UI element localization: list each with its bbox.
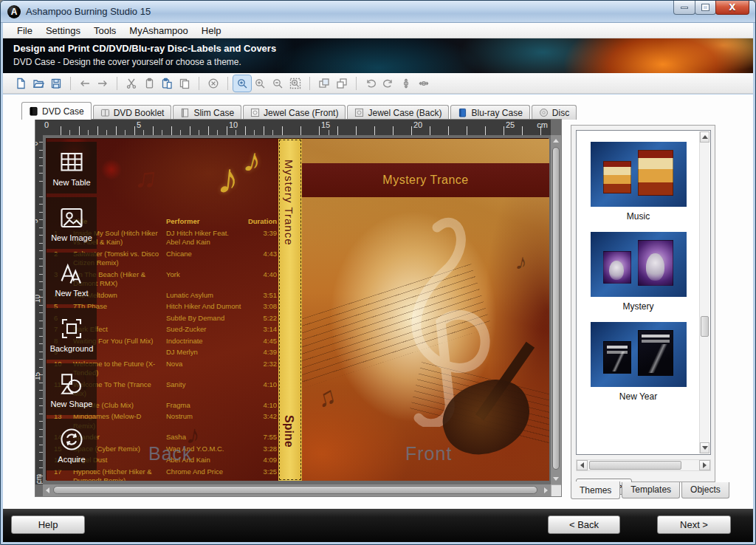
themes-vertical-scrollbar[interactable] <box>699 131 709 453</box>
canvas-vertical-scrollbar[interactable] <box>551 135 561 484</box>
scroll-right-button[interactable] <box>699 460 710 470</box>
spine-title-text[interactable]: Mystery Trance <box>283 160 295 246</box>
palette-new-image[interactable]: New Image <box>47 197 97 249</box>
send-to-back-button[interactable] <box>333 75 351 92</box>
zoom-fit-button[interactable] <box>233 75 251 92</box>
close-button[interactable]: X <box>715 1 749 15</box>
panel-tab-objects[interactable]: Objects <box>681 482 729 498</box>
track-dur: 3:51 <box>247 291 277 301</box>
theme-thumbnail-music[interactable] <box>591 142 687 207</box>
scroll-right-arrow[interactable] <box>544 487 548 493</box>
case-preview <box>638 150 673 196</box>
zoom-out-button[interactable] <box>269 75 286 92</box>
acquire-icon <box>58 426 85 453</box>
scroll-up-arrow[interactable] <box>553 139 559 143</box>
shape-icon <box>58 371 85 397</box>
track-perf: Chrome And Price <box>166 467 244 481</box>
theme-item-music[interactable]: Music <box>583 142 694 222</box>
title-bar[interactable]: A Ashampoo Burning Studio 15 X <box>1 1 755 23</box>
front-cover[interactable]: ♫ ♪ Mystery Trance Front <box>302 139 549 481</box>
track-dur: 3:25 <box>247 467 277 481</box>
scroll-left-button[interactable] <box>577 460 588 470</box>
album-title-text[interactable]: Mystery Trance <box>382 174 468 187</box>
menu-settings[interactable]: Settings <box>39 24 87 38</box>
tab-disc[interactable]: Disc <box>532 105 577 120</box>
left-arrow-icon <box>580 462 584 468</box>
tab-label: Blu-ray Case <box>471 108 522 118</box>
align-vertical-button[interactable] <box>397 75 415 92</box>
menu-bar: FileSettingsToolsMyAshampooHelp <box>3 23 753 38</box>
palette-new-text[interactable]: New Text <box>47 253 97 304</box>
themes-vscroll-thumb[interactable] <box>701 316 709 337</box>
scroll-up-button[interactable] <box>700 131 709 143</box>
menu-tools[interactable]: Tools <box>87 24 123 38</box>
zoom-in-button[interactable] <box>251 75 269 92</box>
bring-to-front-button[interactable] <box>315 75 333 92</box>
theme-thumbnail-newyear[interactable] <box>591 322 687 387</box>
maximize-button[interactable] <box>695 1 716 15</box>
design-viewport[interactable]: ♫ ♪ ♫ ♪ ♪ TitlePerformerDuration1Inside … <box>43 135 551 484</box>
col-duration: Duration <box>247 217 277 227</box>
theme-item-mystery[interactable]: Mystery <box>583 232 694 312</box>
table-icon <box>58 149 85 176</box>
track-dur: 3:08 <box>247 302 277 312</box>
menu-file[interactable]: File <box>10 24 39 38</box>
track-dur: 4:45 <box>247 337 277 346</box>
back-button[interactable]: < Back <box>548 515 620 534</box>
canvas-vscroll-thumb[interactable] <box>552 147 560 470</box>
image-icon <box>58 205 85 231</box>
spine[interactable]: Mystery Trance Spine <box>278 139 302 481</box>
canvas-horizontal-scrollbar[interactable] <box>43 484 551 496</box>
h-ruler-label: 0 <box>44 120 49 129</box>
scroll-down-arrow[interactable] <box>553 477 559 481</box>
palette-acquire[interactable]: Acquire <box>47 419 97 470</box>
nav-forward-button[interactable] <box>94 75 111 92</box>
theme-thumbnail-mystery[interactable] <box>591 232 687 297</box>
tab-jewel-case-back-[interactable]: Jewel Case (Back) <box>347 105 449 120</box>
panel-tab-templates[interactable]: Templates <box>622 482 680 498</box>
canvas-hscroll-thumb[interactable] <box>53 486 537 494</box>
delete-button[interactable] <box>205 75 222 92</box>
new-file-button[interactable] <box>12 75 30 92</box>
nav-back-button[interactable] <box>76 75 94 92</box>
paste-button[interactable] <box>158 75 176 92</box>
tab-dvd-case[interactable]: DVD Case <box>21 102 92 120</box>
scroll-left-arrow[interactable] <box>46 487 49 493</box>
themes-horizontal-scrollbar[interactable] <box>576 459 711 471</box>
palette-background[interactable]: Background <box>47 308 97 360</box>
tab-slim-case[interactable]: Slim Case <box>173 105 241 120</box>
toolbar-separator <box>199 77 199 90</box>
cut-button[interactable] <box>123 75 140 92</box>
align-horizontal-button[interactable] <box>415 75 433 92</box>
jewel-front-icon <box>250 108 260 117</box>
h-ruler-label: 10 <box>229 120 238 129</box>
menu-myashampoo[interactable]: MyAshampoo <box>123 24 194 38</box>
scroll-down-button[interactable] <box>700 442 709 453</box>
close-icon: X <box>729 2 735 13</box>
open-folder-button[interactable] <box>30 75 47 92</box>
zoom-selection-button[interactable] <box>286 75 304 92</box>
minimize-button[interactable] <box>673 1 695 15</box>
case-preview <box>638 330 673 376</box>
save-button[interactable] <box>47 75 65 92</box>
help-button[interactable]: Help <box>11 515 85 534</box>
dvd-case-design[interactable]: ♫ ♪ ♫ ♪ ♪ TitlePerformerDuration1Inside … <box>46 138 549 480</box>
redo-button[interactable] <box>379 75 397 92</box>
copy-button[interactable] <box>140 75 158 92</box>
palette-new-table[interactable]: New Table <box>47 142 97 193</box>
palette-new-shape[interactable]: New Shape <box>47 363 97 415</box>
menu-help[interactable]: Help <box>195 24 228 38</box>
duplicate-button[interactable] <box>176 75 193 92</box>
toolbar-separator <box>117 77 117 90</box>
tab-blu-ray-case[interactable]: Blu-ray Case <box>450 105 529 120</box>
next-button[interactable]: Next > <box>657 515 731 534</box>
minimize-icon <box>681 7 688 9</box>
theme-item-newyear[interactable]: New Year <box>583 322 694 402</box>
themes-hscroll-thumb[interactable] <box>589 461 681 470</box>
panel-tab-themes[interactable]: Themes <box>571 481 620 499</box>
tab-jewel-case-front-[interactable]: Jewel Case (Front) <box>243 105 346 120</box>
tab-dvd-booklet[interactable]: DVD Booklet <box>93 105 172 120</box>
front-title-banner[interactable]: Mystery Trance <box>302 163 549 197</box>
undo-button[interactable] <box>362 75 379 92</box>
h-ruler-label: 15 <box>321 120 330 129</box>
